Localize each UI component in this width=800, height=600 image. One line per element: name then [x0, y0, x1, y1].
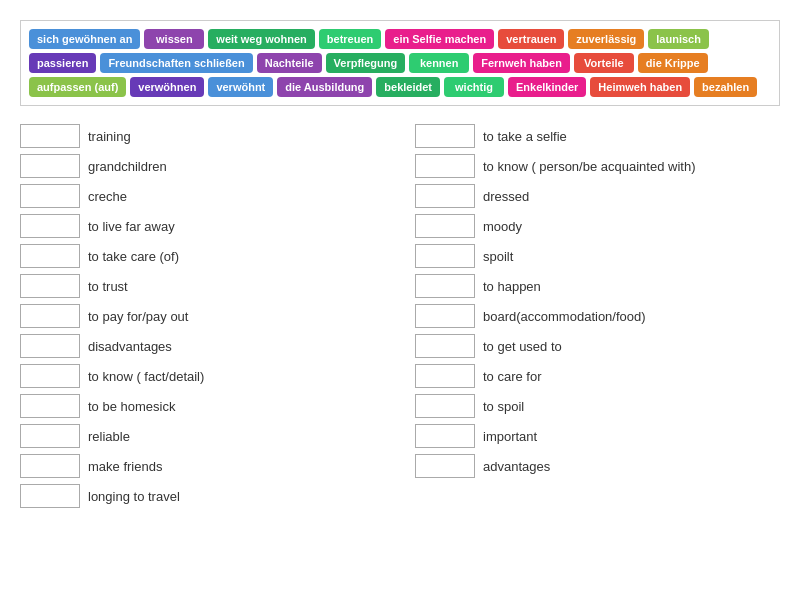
left-answer-box-12[interactable] — [20, 484, 80, 508]
word-chip-16[interactable]: aufpassen (auf) — [29, 77, 126, 97]
word-chip-10[interactable]: Nachteile — [257, 53, 322, 73]
word-chip-20[interactable]: bekleidet — [376, 77, 440, 97]
left-match-label-12: longing to travel — [88, 489, 180, 504]
left-match-label-1: grandchildren — [88, 159, 167, 174]
right-match-label-1: to know ( person/be acquainted with) — [483, 159, 695, 174]
left-match-row-2: creche — [20, 184, 385, 208]
right-answer-box-8[interactable] — [415, 364, 475, 388]
word-chip-13[interactable]: Fernweh haben — [473, 53, 570, 73]
word-chip-3[interactable]: betreuen — [319, 29, 381, 49]
right-match-label-7: to get used to — [483, 339, 562, 354]
word-chip-22[interactable]: Enkelkinder — [508, 77, 586, 97]
right-answer-box-9[interactable] — [415, 394, 475, 418]
word-chip-21[interactable]: wichtig — [444, 77, 504, 97]
left-match-row-3: to live far away — [20, 214, 385, 238]
word-bank: sich gewöhnen anwissenweit weg wohnenbet… — [20, 20, 780, 106]
left-match-label-3: to live far away — [88, 219, 175, 234]
word-chip-18[interactable]: verwöhnt — [208, 77, 273, 97]
word-chip-1[interactable]: wissen — [144, 29, 204, 49]
word-chip-2[interactable]: weit weg wohnen — [208, 29, 314, 49]
left-answer-box-1[interactable] — [20, 154, 80, 178]
right-match-label-4: spoilt — [483, 249, 513, 264]
word-chip-19[interactable]: die Ausbildung — [277, 77, 372, 97]
word-chip-17[interactable]: verwöhnen — [130, 77, 204, 97]
left-match-row-10: reliable — [20, 424, 385, 448]
left-match-row-7: disadvantages — [20, 334, 385, 358]
word-chip-23[interactable]: Heimweh haben — [590, 77, 690, 97]
left-match-row-9: to be homesick — [20, 394, 385, 418]
word-chip-6[interactable]: zuverlässig — [568, 29, 644, 49]
right-match-row-5: to happen — [415, 274, 780, 298]
left-match-row-4: to take care (of) — [20, 244, 385, 268]
right-match-label-11: advantages — [483, 459, 550, 474]
left-answer-box-7[interactable] — [20, 334, 80, 358]
exercise-area: traininggrandchildrencrecheto live far a… — [20, 124, 780, 508]
right-match-label-6: board(accommodation/food) — [483, 309, 646, 324]
word-chip-9[interactable]: Freundschaften schließen — [100, 53, 252, 73]
right-match-row-11: advantages — [415, 454, 780, 478]
right-answer-box-6[interactable] — [415, 304, 475, 328]
right-match-row-9: to spoil — [415, 394, 780, 418]
right-match-label-2: dressed — [483, 189, 529, 204]
right-match-label-9: to spoil — [483, 399, 524, 414]
left-match-label-4: to take care (of) — [88, 249, 179, 264]
word-chip-24[interactable]: bezahlen — [694, 77, 757, 97]
left-answer-box-8[interactable] — [20, 364, 80, 388]
right-match-row-2: dressed — [415, 184, 780, 208]
right-match-label-8: to care for — [483, 369, 542, 384]
left-answer-box-2[interactable] — [20, 184, 80, 208]
right-match-label-0: to take a selfie — [483, 129, 567, 144]
left-column: traininggrandchildrencrecheto live far a… — [20, 124, 385, 508]
word-chip-7[interactable]: launisch — [648, 29, 709, 49]
left-answer-box-4[interactable] — [20, 244, 80, 268]
left-match-label-10: reliable — [88, 429, 130, 444]
left-answer-box-11[interactable] — [20, 454, 80, 478]
word-chip-12[interactable]: kennen — [409, 53, 469, 73]
right-answer-box-4[interactable] — [415, 244, 475, 268]
right-match-label-3: moody — [483, 219, 522, 234]
right-answer-box-7[interactable] — [415, 334, 475, 358]
left-match-row-5: to trust — [20, 274, 385, 298]
left-match-row-1: grandchildren — [20, 154, 385, 178]
right-answer-box-11[interactable] — [415, 454, 475, 478]
word-chip-8[interactable]: passieren — [29, 53, 96, 73]
left-answer-box-3[interactable] — [20, 214, 80, 238]
left-match-label-0: training — [88, 129, 131, 144]
word-chip-0[interactable]: sich gewöhnen an — [29, 29, 140, 49]
right-match-row-7: to get used to — [415, 334, 780, 358]
left-match-row-11: make friends — [20, 454, 385, 478]
left-answer-box-10[interactable] — [20, 424, 80, 448]
left-match-label-7: disadvantages — [88, 339, 172, 354]
right-answer-box-0[interactable] — [415, 124, 475, 148]
right-answer-box-2[interactable] — [415, 184, 475, 208]
left-answer-box-6[interactable] — [20, 304, 80, 328]
left-match-label-6: to pay for/pay out — [88, 309, 188, 324]
right-answer-box-3[interactable] — [415, 214, 475, 238]
word-chip-4[interactable]: ein Selfie machen — [385, 29, 494, 49]
right-match-row-1: to know ( person/be acquainted with) — [415, 154, 780, 178]
left-match-label-9: to be homesick — [88, 399, 175, 414]
left-match-label-11: make friends — [88, 459, 162, 474]
left-match-label-5: to trust — [88, 279, 128, 294]
right-answer-box-10[interactable] — [415, 424, 475, 448]
right-answer-box-1[interactable] — [415, 154, 475, 178]
left-match-label-8: to know ( fact/detail) — [88, 369, 204, 384]
right-answer-box-5[interactable] — [415, 274, 475, 298]
right-match-label-5: to happen — [483, 279, 541, 294]
word-chip-11[interactable]: Verpflegung — [326, 53, 406, 73]
right-column: to take a selfieto know ( person/be acqu… — [415, 124, 780, 508]
left-answer-box-5[interactable] — [20, 274, 80, 298]
right-match-row-8: to care for — [415, 364, 780, 388]
left-match-row-6: to pay for/pay out — [20, 304, 385, 328]
left-match-row-0: training — [20, 124, 385, 148]
word-chip-5[interactable]: vertrauen — [498, 29, 564, 49]
right-match-row-10: important — [415, 424, 780, 448]
right-match-label-10: important — [483, 429, 537, 444]
right-match-row-0: to take a selfie — [415, 124, 780, 148]
left-answer-box-0[interactable] — [20, 124, 80, 148]
word-chip-14[interactable]: Vorteile — [574, 53, 634, 73]
left-answer-box-9[interactable] — [20, 394, 80, 418]
right-match-row-6: board(accommodation/food) — [415, 304, 780, 328]
left-match-label-2: creche — [88, 189, 127, 204]
word-chip-15[interactable]: die Krippe — [638, 53, 708, 73]
